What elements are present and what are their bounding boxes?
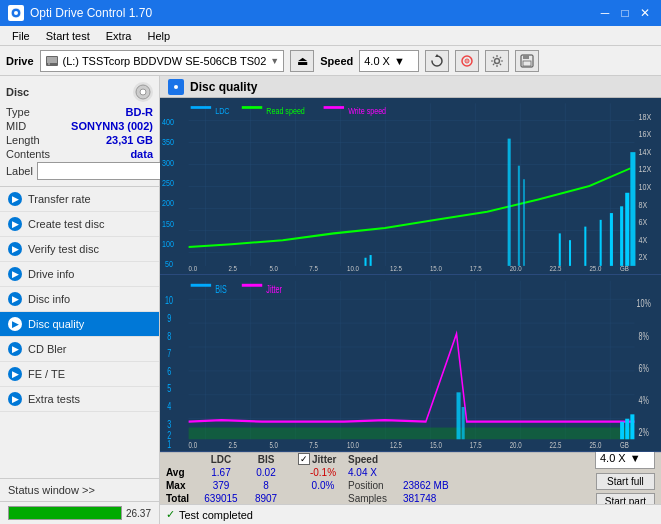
ldc-chart: LDC Read speed Write speed 400 350 300 2… [160,98,661,275]
nav-transfer-rate-label: Transfer rate [28,193,91,205]
disc-mid-row: MID SONYNN3 (002) [6,120,153,132]
svg-text:Read speed: Read speed [266,105,305,116]
svg-point-4 [48,63,50,65]
create-test-icon: ▶ [8,217,22,231]
menu-start-test[interactable]: Start test [38,29,98,43]
svg-text:9: 9 [167,313,171,325]
svg-text:7.5: 7.5 [309,440,318,450]
disc-quality-icon: ▶ [8,317,22,331]
menu-extra[interactable]: Extra [98,29,140,43]
eject-button[interactable]: ⏏ [290,50,314,72]
svg-rect-71 [242,284,262,287]
nav-cd-bler[interactable]: ▶ CD Bler [0,337,159,362]
svg-text:2.5: 2.5 [229,263,238,273]
speed-selector[interactable]: 4.0 X ▼ [359,50,419,72]
progress-bar-inner [9,507,121,519]
svg-text:20.0: 20.0 [510,440,522,450]
content-area: Disc quality LDC [160,76,661,524]
svg-text:8X: 8X [639,199,648,210]
avg-jitter: -0.1% [298,467,348,478]
refresh-button[interactable] [425,50,449,72]
progress-number: 26.37 [126,508,151,519]
menu-file[interactable]: File [4,29,38,43]
total-bis: 8907 [246,493,286,504]
drive-label: Drive [6,55,34,67]
maximize-button[interactable]: □ [617,5,633,21]
disc-section: Disc Type BD-R MID SONYNN3 (002) Length … [0,76,159,187]
svg-text:6: 6 [167,365,171,377]
drive-select-text: (L:) TSSTcorp BDDVDW SE-506CB TS02 [63,55,267,67]
status-window-button[interactable]: Status window >> [0,478,159,501]
disc-mid-val: SONYNN3 (002) [71,120,153,132]
svg-rect-62 [610,213,613,266]
drive-icon [45,54,59,68]
svg-text:8%: 8% [639,330,649,342]
svg-rect-64 [625,193,629,266]
speed-header: Speed [348,454,403,465]
svg-text:2.5: 2.5 [229,440,238,450]
save-icon [520,54,534,68]
svg-text:GB: GB [620,440,629,450]
menu-help[interactable]: Help [139,29,178,43]
svg-text:17.5: 17.5 [470,263,482,273]
position-label: Position [348,480,403,491]
svg-text:5: 5 [167,383,171,395]
total-ldc: 639015 [196,493,246,504]
main-layout: Disc Type BD-R MID SONYNN3 (002) Length … [0,76,661,524]
svg-rect-102 [620,422,624,440]
svg-rect-56 [518,166,520,266]
svg-text:14X: 14X [639,146,652,157]
disc-section-title: Disc [6,86,29,98]
svg-text:4%: 4% [639,395,649,407]
svg-text:10.0: 10.0 [347,440,359,450]
svg-rect-100 [457,392,461,439]
jitter-checkbox[interactable]: ✓ [298,453,310,465]
transfer-rate-icon: ▶ [8,192,22,206]
disc-icon [460,54,474,68]
drive-selector[interactable]: (L:) TSSTcorp BDDVDW SE-506CB TS02 ▼ [40,50,285,72]
svg-text:3: 3 [167,418,171,430]
save-button[interactable] [515,50,539,72]
svg-text:10: 10 [165,295,173,307]
svg-text:8: 8 [167,330,171,342]
svg-text:4: 4 [167,401,171,413]
svg-text:25.0: 25.0 [589,440,601,450]
ldc-header: LDC [196,454,246,465]
nav-disc-info[interactable]: ▶ Disc info [0,287,159,312]
close-button[interactable]: ✕ [637,5,653,21]
svg-point-1 [14,11,18,15]
disc-button[interactable] [455,50,479,72]
svg-point-14 [140,89,146,95]
nav-cd-bler-label: CD Bler [28,343,67,355]
settings-button[interactable] [485,50,509,72]
svg-text:7.5: 7.5 [309,263,318,273]
nav-create-test-disc[interactable]: ▶ Create test disc [0,212,159,237]
disc-type-val: BD-R [126,106,154,118]
chart-speed-arrow: ▼ [630,452,641,464]
minimize-button[interactable]: ─ [597,5,613,21]
nav-disc-quality[interactable]: ▶ Disc quality [0,312,159,337]
ldc-chart-svg: LDC Read speed Write speed 400 350 300 2… [160,98,661,274]
disc-contents-row: Contents data [6,148,153,160]
speed-value: 4.0 X [364,55,390,67]
nav-drive-info-label: Drive info [28,268,74,280]
nav-extra-tests[interactable]: ▶ Extra tests [0,387,159,412]
fe-te-icon: ▶ [8,367,22,381]
svg-rect-61 [600,220,602,266]
nav-drive-info[interactable]: ▶ Drive info [0,262,159,287]
nav-transfer-rate[interactable]: ▶ Transfer rate [0,187,159,212]
svg-text:10%: 10% [636,298,650,310]
nav-verify-test-disc[interactable]: ▶ Verify test disc [0,237,159,262]
svg-rect-68 [189,281,635,439]
avg-bis: 0.02 [246,467,286,478]
svg-text:GB: GB [620,263,629,273]
nav-fe-te[interactable]: ▶ FE / TE [0,362,159,387]
disc-label-row: Label 🔍 [6,162,153,180]
refresh-icon [430,54,444,68]
disc-image-icon[interactable] [133,82,153,102]
start-full-button[interactable]: Start full [596,473,655,490]
svg-rect-59 [569,240,571,266]
label-input[interactable] [37,162,170,180]
nav-disc-quality-label: Disc quality [28,318,84,330]
svg-rect-65 [630,152,635,266]
